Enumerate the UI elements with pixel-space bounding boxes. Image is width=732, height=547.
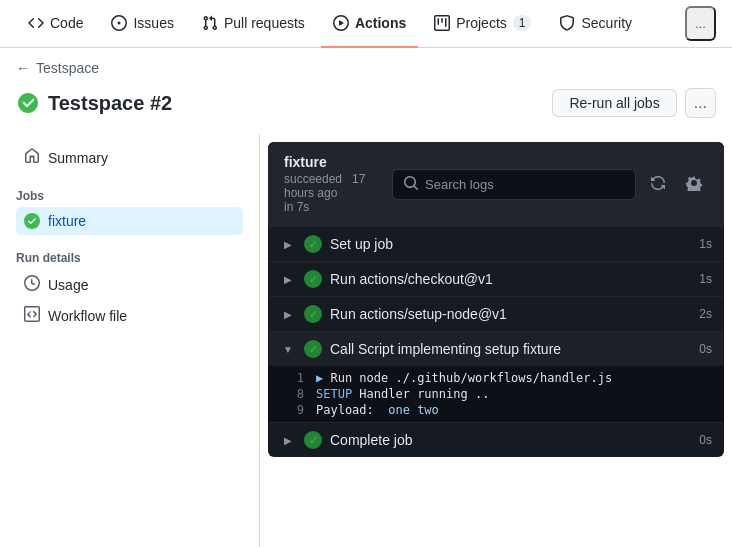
job-left: ▶ ✓ Set up job bbox=[280, 235, 393, 253]
log-status: succeeded bbox=[284, 172, 342, 186]
run-details-section-title: Run details bbox=[16, 251, 243, 265]
sidebar-summary-label: Summary bbox=[48, 150, 108, 166]
log-meta: succeeded 17 hours ago in 7s bbox=[284, 172, 392, 214]
title-left: Testspace #2 bbox=[16, 91, 172, 115]
log-title-group: fixture succeeded 17 hours ago in 7s bbox=[284, 154, 392, 214]
nav-security[interactable]: Security bbox=[547, 0, 644, 48]
workflow-icon bbox=[24, 306, 40, 325]
refresh-button[interactable] bbox=[644, 171, 672, 198]
fixture-success-icon bbox=[24, 213, 40, 229]
workflow-file-label: Workflow file bbox=[48, 308, 127, 324]
sidebar-item-summary[interactable]: Summary bbox=[16, 142, 243, 173]
nav-actions[interactable]: Actions bbox=[321, 0, 418, 48]
title-row: Testspace #2 Re-run all jobs ... bbox=[0, 84, 732, 134]
title-actions: Re-run all jobs ... bbox=[552, 88, 716, 118]
nav-pull-requests-label: Pull requests bbox=[224, 15, 305, 31]
job-left: ▼ ✓ Call Script implementing setup fixtu… bbox=[280, 340, 561, 358]
nav-issues[interactable]: Issues bbox=[99, 0, 185, 48]
rerun-all-jobs-button[interactable]: Re-run all jobs bbox=[552, 89, 676, 117]
job-success-icon: ✓ bbox=[304, 270, 322, 288]
code-icon bbox=[28, 15, 44, 31]
job-name: Set up job bbox=[330, 236, 393, 252]
job-duration: 0s bbox=[699, 342, 712, 356]
run-success-icon bbox=[16, 91, 40, 115]
chevron-right-icon: ▶ bbox=[280, 432, 296, 448]
nav-code[interactable]: Code bbox=[16, 0, 95, 48]
sidebar-item-usage[interactable]: Usage bbox=[16, 269, 243, 300]
more-actions-button[interactable]: ... bbox=[685, 88, 716, 118]
sidebar-item-fixture[interactable]: fixture bbox=[16, 207, 243, 235]
job-item-complete[interactable]: ▶ ✓ Complete job 0s bbox=[268, 422, 724, 457]
main-layout: Summary Jobs fixture Run details Usage W… bbox=[0, 134, 732, 547]
security-icon bbox=[559, 15, 575, 31]
job-duration: 2s bbox=[699, 307, 712, 321]
job-duration: 1s bbox=[699, 237, 712, 251]
job-success-icon: ✓ bbox=[304, 340, 322, 358]
job-left: ▶ ✓ Run actions/checkout@v1 bbox=[280, 270, 493, 288]
usage-label: Usage bbox=[48, 277, 88, 293]
log-line-content: SETUP Handler running .. bbox=[316, 387, 724, 401]
sidebar-item-workflow-file[interactable]: Workflow file bbox=[16, 300, 243, 331]
log-line-content: ▶ Run node ./.github/workflows/handler.j… bbox=[316, 371, 724, 385]
issues-icon bbox=[111, 15, 127, 31]
log-lines: 1 ▶ Run node ./.github/workflows/handler… bbox=[268, 366, 724, 422]
job-success-icon: ✓ bbox=[304, 235, 322, 253]
job-item-setup[interactable]: ▶ ✓ Set up job 1s bbox=[268, 226, 724, 261]
page-title: Testspace #2 bbox=[48, 92, 172, 115]
projects-icon bbox=[434, 15, 450, 31]
log-duration: in 7s bbox=[284, 200, 309, 214]
top-nav: Code Issues Pull requests Actions Projec… bbox=[0, 0, 732, 48]
pull-requests-icon bbox=[202, 15, 218, 31]
log-line-number: 1 bbox=[268, 371, 316, 385]
nav-projects-label: Projects bbox=[456, 15, 507, 31]
log-line-content: Payload: one two bbox=[316, 403, 724, 417]
job-success-icon: ✓ bbox=[304, 305, 322, 323]
sidebar: Summary Jobs fixture Run details Usage W… bbox=[0, 134, 260, 547]
job-item-checkout[interactable]: ▶ ✓ Run actions/checkout@v1 1s bbox=[268, 261, 724, 296]
log-header: fixture succeeded 17 hours ago in 7s bbox=[268, 142, 724, 226]
job-duration: 1s bbox=[699, 272, 712, 286]
chevron-right-icon: ▶ bbox=[280, 236, 296, 252]
job-name: Run actions/setup-node@v1 bbox=[330, 306, 507, 322]
nav-code-label: Code bbox=[50, 15, 83, 31]
jobs-section-title: Jobs bbox=[16, 189, 243, 203]
settings-button[interactable] bbox=[680, 171, 708, 198]
nav-pull-requests[interactable]: Pull requests bbox=[190, 0, 317, 48]
log-line: 9 Payload: one two bbox=[268, 402, 724, 418]
nav-actions-label: Actions bbox=[355, 15, 406, 31]
job-left: ▶ ✓ Run actions/setup-node@v1 bbox=[280, 305, 507, 323]
log-line: 8 SETUP Handler running .. bbox=[268, 386, 724, 402]
chevron-down-icon: ▼ bbox=[280, 341, 296, 357]
home-icon bbox=[24, 148, 40, 167]
back-arrow-icon: ← bbox=[16, 60, 30, 76]
job-success-icon: ✓ bbox=[304, 431, 322, 449]
log-line-number: 8 bbox=[268, 387, 316, 401]
log-search-area bbox=[392, 169, 708, 200]
log-panel: fixture succeeded 17 hours ago in 7s bbox=[268, 142, 724, 457]
breadcrumb-label: Testspace bbox=[36, 60, 99, 76]
nav-issues-label: Issues bbox=[133, 15, 173, 31]
job-name: Complete job bbox=[330, 432, 413, 448]
chevron-right-icon: ▶ bbox=[280, 271, 296, 287]
nav-security-label: Security bbox=[581, 15, 632, 31]
search-icon bbox=[403, 175, 419, 194]
clock-icon bbox=[24, 275, 40, 294]
job-duration: 0s bbox=[699, 433, 712, 447]
job-name: Run actions/checkout@v1 bbox=[330, 271, 493, 287]
log-line-number: 9 bbox=[268, 403, 316, 417]
log-search-box[interactable] bbox=[392, 169, 636, 200]
job-left: ▶ ✓ Complete job bbox=[280, 431, 413, 449]
breadcrumb[interactable]: ← Testspace bbox=[0, 48, 732, 84]
fixture-label: fixture bbox=[48, 213, 86, 229]
search-logs-input[interactable] bbox=[425, 177, 625, 192]
main-panel: fixture succeeded 17 hours ago in 7s bbox=[260, 134, 732, 547]
projects-badge: 1 bbox=[513, 15, 532, 31]
nav-projects[interactable]: Projects 1 bbox=[422, 0, 543, 48]
job-item-setup-node[interactable]: ▶ ✓ Run actions/setup-node@v1 2s bbox=[268, 296, 724, 331]
more-nav-button[interactable]: ... bbox=[685, 6, 716, 41]
log-title: fixture bbox=[284, 154, 392, 170]
job-item-call-script[interactable]: ▼ ✓ Call Script implementing setup fixtu… bbox=[268, 331, 724, 366]
log-line: 1 ▶ Run node ./.github/workflows/handler… bbox=[268, 370, 724, 386]
actions-icon bbox=[333, 15, 349, 31]
chevron-right-icon: ▶ bbox=[280, 306, 296, 322]
